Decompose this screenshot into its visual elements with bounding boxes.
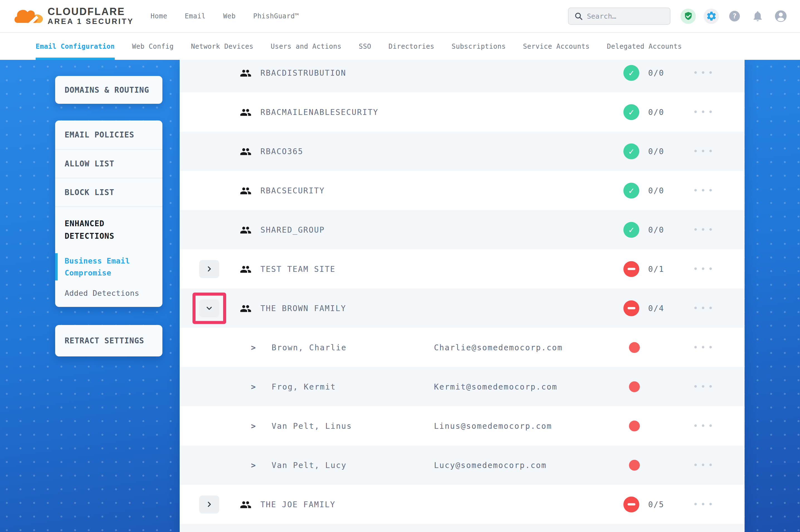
sidebar-item-block-list[interactable]: BLOCK LIST: [55, 178, 162, 207]
check-icon: ✓: [629, 147, 634, 156]
member-count: 0/1: [648, 264, 664, 273]
row-menu-button[interactable]: •••: [693, 69, 715, 77]
member-name: Frog, Kermit: [272, 382, 336, 391]
sidebar-item-retract-settings[interactable]: RETRACT SETTINGS: [65, 336, 144, 345]
tab-subscriptions[interactable]: Subscriptions: [452, 33, 506, 60]
row-menu-button[interactable]: •••: [693, 265, 715, 273]
member-email: Lucy@somedemocorp.com: [434, 460, 546, 470]
status-badge-error: [623, 300, 639, 316]
group-name: RBACDISTRUBUTION: [260, 68, 346, 77]
sidebar-card-policies: EMAIL POLICIESALLOW LISTBLOCK LIST ENHAN…: [55, 120, 162, 307]
nav-item-email[interactable]: Email: [185, 12, 205, 20]
tab-directories[interactable]: Directories: [388, 33, 434, 60]
status-dot-error: [629, 420, 640, 431]
logo-text: CLOUDFLARE AREA 1 SECURITY: [48, 6, 134, 26]
status-badge-error: [623, 261, 639, 277]
status-dot-error: [629, 381, 640, 392]
table-row: >Frog, KermitKermit@somedemocorp.com•••: [180, 367, 745, 406]
member-expand-chevron-icon[interactable]: >: [251, 343, 256, 352]
member-expand-chevron-icon[interactable]: >: [251, 382, 256, 391]
table-row: >Van Pelt, LucyLucy@somedemocorp.com•••: [180, 445, 745, 485]
shield-check-icon[interactable]: [680, 8, 696, 24]
groups-table: RBACDISTRUBUTION✓0/0•••RBACMAILENABLESEC…: [180, 60, 745, 532]
table-row-spacer: [180, 524, 745, 532]
table-row: >Brown, CharlieCharlie@somedemocorp.com•…: [180, 328, 745, 367]
tab-delegated-accounts[interactable]: Delegated Accounts: [607, 33, 682, 60]
group-icon: [240, 146, 252, 156]
table-row: THE JOE FAMILY0/5•••: [180, 485, 745, 524]
row-menu-button[interactable]: •••: [693, 461, 715, 469]
member-email: Kermit@somedemocorp.com: [434, 382, 557, 391]
member-count: 0/4: [648, 304, 664, 313]
expand-group-button[interactable]: [199, 260, 219, 278]
sidebar-item-allow-list[interactable]: ALLOW LIST: [55, 149, 162, 178]
tab-sso[interactable]: SSO: [359, 33, 371, 60]
header-icon-cluster: ?: [680, 8, 800, 24]
notifications-bell-icon[interactable]: [750, 8, 765, 24]
sidebar-item-business-email-compromise[interactable]: Business Email Compromise: [55, 253, 148, 281]
group-name: RBACMAILENABLESECURITY: [260, 108, 379, 117]
row-menu-button[interactable]: •••: [693, 108, 715, 116]
member-count: 0/0: [648, 68, 664, 77]
nav-item-web[interactable]: Web: [223, 12, 236, 20]
expand-group-button[interactable]: [199, 495, 219, 513]
table-row: TEST TEAM SITE0/1•••: [180, 249, 745, 288]
row-menu-button[interactable]: •••: [693, 500, 715, 509]
collapse-group-button[interactable]: [199, 299, 219, 317]
minus-icon: [628, 307, 635, 309]
minus-icon: [628, 504, 635, 506]
status-dot-error: [629, 342, 640, 353]
tab-email-configuration[interactable]: Email Configuration: [36, 33, 115, 60]
table-row: THE BROWN FAMILY0/4•••: [180, 288, 745, 328]
settings-gear-icon[interactable]: [704, 8, 719, 24]
search-icon: [574, 12, 583, 21]
member-count: 0/0: [648, 147, 664, 156]
sidebar-card-retract-settings[interactable]: RETRACT SETTINGS: [55, 325, 162, 357]
row-menu-button[interactable]: •••: [693, 147, 715, 155]
sidebar-item-added-detections[interactable]: Added Detections: [55, 289, 162, 298]
chevron-down-icon: [205, 305, 213, 312]
sidebar-item-domains-routing[interactable]: DOMAINS & ROUTING: [65, 86, 149, 95]
chevron-right-icon: [205, 265, 213, 273]
sidebar-item-email-policies[interactable]: EMAIL POLICIES: [55, 120, 162, 149]
status-badge-synced: ✓: [623, 65, 639, 81]
user-account-icon[interactable]: [773, 8, 788, 24]
logo-line1: CLOUDFLARE: [48, 6, 134, 17]
member-name: Van Pelt, Lucy: [272, 460, 347, 470]
row-menu-button[interactable]: •••: [693, 304, 715, 312]
member-expand-chevron-icon[interactable]: >: [251, 460, 256, 470]
status-badge-synced: ✓: [623, 104, 639, 120]
search-input[interactable]: [586, 12, 668, 21]
status-badge-error: [623, 496, 639, 512]
tab-service-accounts[interactable]: Service Accounts: [523, 33, 590, 60]
svg-text:?: ?: [732, 12, 737, 20]
tab-network-devices[interactable]: Network Devices: [191, 33, 254, 60]
sidebar-section-enhanced-detections: ENHANCED DETECTIONS Business Email Compr…: [55, 207, 162, 307]
row-menu-button[interactable]: •••: [693, 343, 715, 352]
group-name: RBACO365: [260, 147, 303, 156]
nav-item-phishguard[interactable]: PhishGuard™: [253, 12, 299, 20]
member-expand-chevron-icon[interactable]: >: [251, 421, 256, 431]
row-menu-button[interactable]: •••: [693, 186, 715, 195]
search-box[interactable]: [568, 7, 671, 25]
row-menu-button[interactable]: •••: [693, 226, 715, 234]
status-dot-error: [629, 460, 640, 471]
help-icon[interactable]: ?: [727, 8, 742, 24]
tab-users-and-actions[interactable]: Users and Actions: [271, 33, 342, 60]
group-icon: [240, 107, 252, 117]
enhanced-detections-title: ENHANCED DETECTIONS: [55, 217, 158, 243]
cloudflare-logo[interactable]: CLOUDFLARE AREA 1 SECURITY: [13, 6, 134, 26]
tab-web-config[interactable]: Web Config: [132, 33, 174, 60]
status-badge-synced: ✓: [623, 143, 639, 159]
row-menu-button[interactable]: •••: [693, 422, 715, 430]
member-count: 0/0: [648, 108, 664, 117]
sidebar-card-domains-routing[interactable]: DOMAINS & ROUTING: [55, 76, 162, 104]
group-name: SHARED_GROUP: [260, 225, 325, 234]
cloudflare-cloud-icon: [13, 7, 44, 25]
group-name: THE BROWN FAMILY: [260, 304, 346, 313]
row-menu-button[interactable]: •••: [693, 383, 715, 391]
group-icon: [240, 186, 252, 196]
group-icon: [240, 303, 252, 313]
table-row: RBACSECURITY✓0/0•••: [180, 171, 745, 210]
nav-item-home[interactable]: Home: [151, 12, 167, 20]
